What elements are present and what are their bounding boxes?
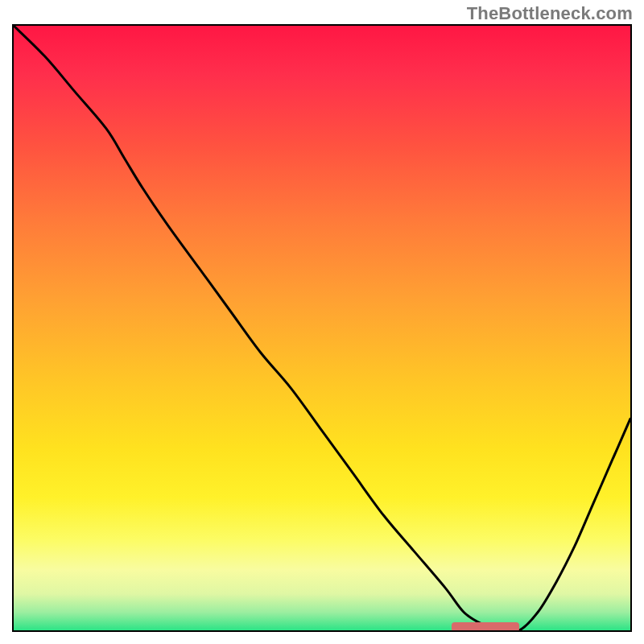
chart-frame bbox=[12, 24, 632, 632]
optimal-range-marker bbox=[452, 622, 519, 632]
bottleneck-curve bbox=[14, 26, 630, 630]
watermark-text: TheBottleneck.com bbox=[467, 3, 633, 24]
